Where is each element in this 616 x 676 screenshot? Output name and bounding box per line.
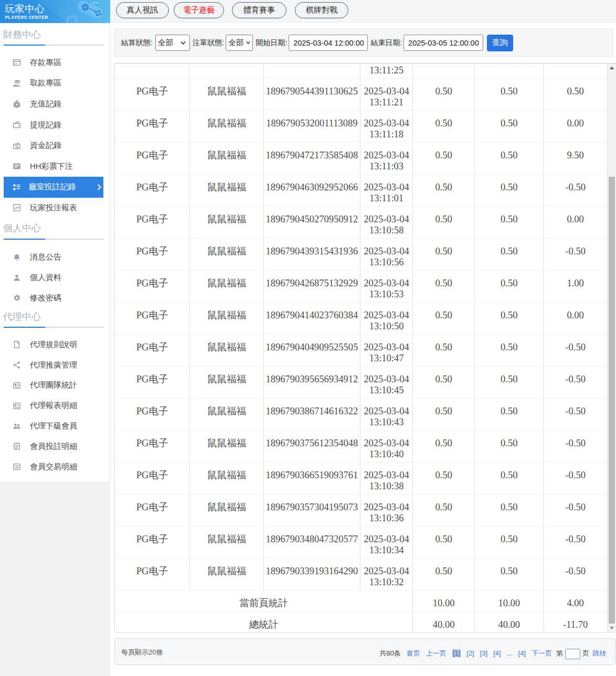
svg-text:¥: ¥ — [15, 103, 18, 108]
